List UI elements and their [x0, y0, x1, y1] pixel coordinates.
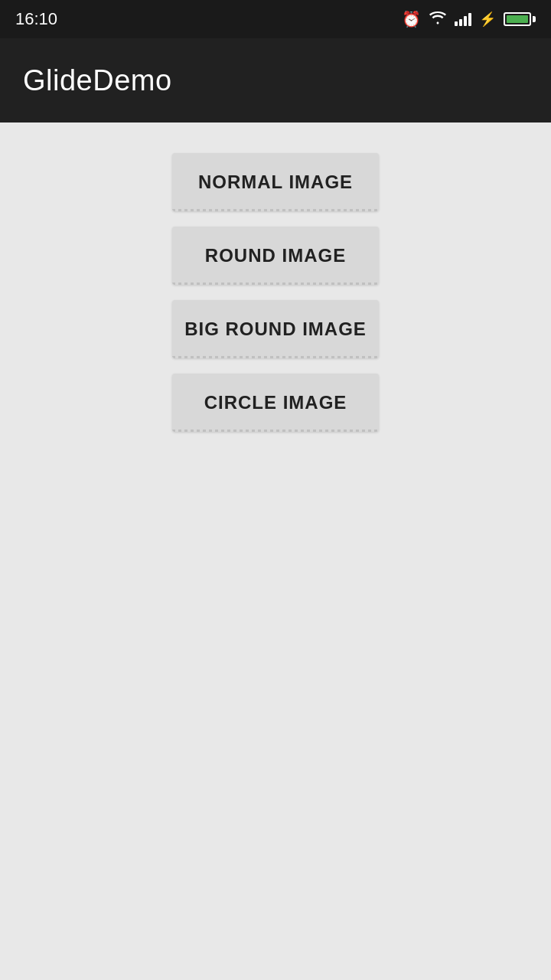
- big-round-image-button[interactable]: BIG ROUND IMAGE: [172, 300, 379, 358]
- charging-icon: ⚡: [479, 11, 496, 28]
- wifi-icon: [429, 11, 447, 28]
- main-content: NORMAL IMAGE ROUND IMAGE BIG ROUND IMAGE…: [0, 122, 551, 447]
- round-image-button[interactable]: ROUND IMAGE: [172, 227, 379, 285]
- big-round-image-label: BIG ROUND IMAGE: [184, 318, 367, 340]
- status-time: 16:10: [15, 9, 57, 29]
- signal-bars-icon: [455, 12, 471, 26]
- circle-image-label: CIRCLE IMAGE: [204, 392, 347, 413]
- round-image-label: ROUND IMAGE: [205, 245, 346, 266]
- status-icons: ⏰ ⚡: [402, 10, 536, 28]
- battery-icon: [504, 12, 536, 26]
- app-title: GlideDemo: [23, 64, 172, 97]
- normal-image-button[interactable]: NORMAL IMAGE: [172, 153, 379, 211]
- normal-image-label: NORMAL IMAGE: [198, 172, 353, 193]
- app-bar: GlideDemo: [0, 38, 551, 122]
- alarm-icon: ⏰: [402, 10, 421, 28]
- status-bar: 16:10 ⏰ ⚡: [0, 0, 551, 38]
- circle-image-button[interactable]: CIRCLE IMAGE: [172, 374, 379, 432]
